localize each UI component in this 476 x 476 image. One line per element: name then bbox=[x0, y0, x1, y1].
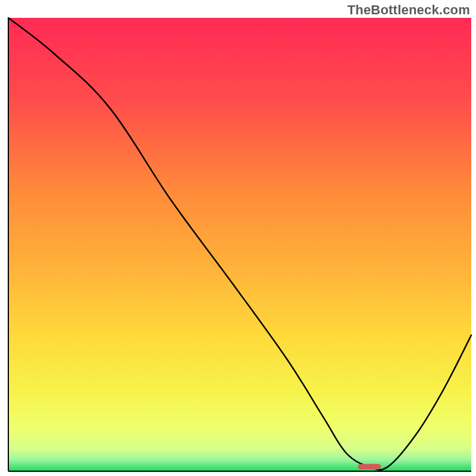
watermark-text: TheBottleneck.com bbox=[347, 2, 470, 18]
optimal-marker bbox=[358, 464, 381, 469]
bottleneck-chart bbox=[0, 0, 476, 476]
chart-stage: TheBottleneck.com bbox=[0, 0, 476, 476]
plot-background bbox=[8, 18, 471, 471]
